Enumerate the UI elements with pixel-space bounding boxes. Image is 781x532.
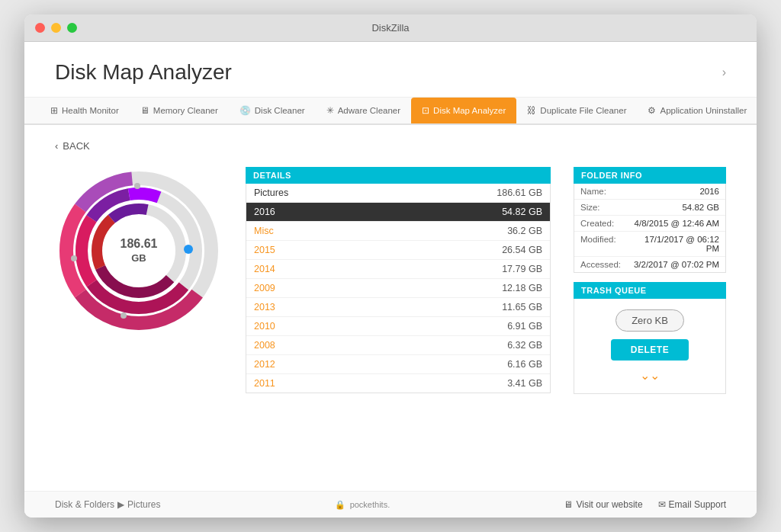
details-row-2015-name: 2015 — [254, 245, 275, 255]
memory-cleaner-icon: 🖥 — [140, 105, 149, 116]
folder-info-panel: FOLDER INFO Name: 2016 Size: 54.82 GB — [574, 167, 726, 273]
zero-kb-button[interactable]: Zero KB — [615, 309, 684, 332]
details-row-2013-value: 11.65 GB — [502, 302, 542, 312]
email-support-label: Email Support — [669, 499, 726, 510]
titlebar: DiskZilla — [24, 14, 757, 42]
visit-website-label: Visit our website — [576, 499, 642, 510]
minimize-button[interactable] — [51, 23, 61, 33]
delete-button[interactable]: DELETE — [611, 339, 689, 361]
details-header: DETAILS — [246, 167, 551, 184]
info-value-modified: 17/1/2017 @ 06:12 PM — [633, 235, 719, 253]
details-row-2016-name: 2016 — [254, 207, 275, 217]
details-row-2009[interactable]: 2009 12.18 GB — [246, 279, 550, 298]
tab-duplicate-file-cleaner-label: Duplicate File Cleaner — [540, 106, 626, 115]
email-icon: ✉ — [658, 499, 666, 510]
tab-application-uninstaller-label: Application Uninstaller — [660, 106, 747, 115]
details-row-2008-value: 6.32 GB — [507, 340, 542, 351]
tab-duplicate-file-cleaner[interactable]: ⛓ Duplicate File Cleaner — [516, 98, 637, 125]
details-panel: DETAILS Pictures 186.61 GB 2016 54.82 GB… — [246, 167, 551, 393]
content-area: Disk Map Analyzer › ⊞ Health Monitor 🖥 M… — [24, 42, 757, 518]
page-title: Disk Map Analyzer — [55, 60, 232, 85]
details-row-2010-name: 2010 — [254, 321, 275, 332]
details-row-2010[interactable]: 2010 6.91 GB — [246, 317, 550, 336]
folder-info-header: FOLDER INFO — [574, 167, 726, 184]
details-row-2011-value: 3.41 GB — [507, 378, 542, 389]
breadcrumb-separator: ▶ — [117, 499, 124, 510]
logo-icon: 🔒 — [335, 500, 346, 510]
analyzer-body: 186.61 GB DETAILS Pictures 186.61 GB 201… — [55, 167, 726, 394]
info-label-modified: Modified: — [580, 235, 630, 253]
svg-point-14 — [134, 183, 140, 189]
info-value-name: 2016 — [633, 187, 719, 196]
folder-info-table: Name: 2016 Size: 54.82 GB Created: 4/8/2… — [574, 184, 726, 273]
back-chevron-icon: ‹ — [55, 140, 58, 152]
tab-adware-cleaner[interactable]: ✳ Adware Cleaner — [316, 98, 411, 125]
info-row-accessed: Accessed: 3/2/2017 @ 07:02 PM — [574, 257, 725, 272]
details-row-2015[interactable]: 2015 26.54 GB — [246, 241, 550, 260]
visit-website-link[interactable]: 🖥 Visit our website — [564, 499, 642, 510]
trash-queue-panel: TRASH QUEUE Zero KB DELETE ⌄⌄ — [574, 282, 726, 394]
monitor-icon: 🖥 — [564, 499, 573, 510]
tab-disk-map-analyzer[interactable]: ⊡ Disk Map Analyzer — [411, 98, 516, 125]
right-panels: FOLDER INFO Name: 2016 Size: 54.82 GB — [574, 167, 726, 394]
tab-disk-map-analyzer-label: Disk Map Analyzer — [433, 106, 506, 115]
details-row-2014-value: 17.79 GB — [502, 264, 542, 274]
details-row-2013-name: 2013 — [254, 302, 275, 312]
info-row-modified: Modified: 17/1/2017 @ 06:12 PM — [574, 232, 725, 257]
back-label: BACK — [63, 140, 89, 152]
details-row-misc[interactable]: Misc 36.2 GB — [246, 222, 550, 241]
maximize-button[interactable] — [67, 23, 77, 33]
info-label-name: Name: — [580, 187, 630, 196]
tab-application-uninstaller[interactable]: ⚙ Application Uninstaller — [637, 98, 757, 125]
tab-memory-cleaner[interactable]: 🖥 Memory Cleaner — [130, 98, 229, 125]
details-row-misc-value: 36.2 GB — [507, 226, 542, 236]
details-row-2011[interactable]: 2011 3.41 GB — [246, 374, 550, 393]
details-top-value: 186.61 GB — [497, 187, 542, 198]
details-row-2013[interactable]: 2013 11.65 GB — [246, 298, 550, 317]
application-uninstaller-icon: ⚙ — [648, 105, 656, 116]
footer-logo: 🔒 pockethits. — [335, 500, 390, 510]
details-row-2015-value: 26.54 GB — [502, 245, 542, 255]
info-row-name: Name: 2016 — [574, 184, 725, 200]
details-row-2008-name: 2008 — [254, 340, 275, 351]
breadcrumb: Disk & Folders ▶ Pictures — [55, 499, 160, 510]
details-row-2016[interactable]: 2016 54.82 GB — [246, 203, 550, 222]
svg-point-13 — [184, 245, 193, 254]
footer-right: 🖥 Visit our website ✉ Email Support — [564, 499, 726, 510]
details-row-misc-name: Misc — [254, 226, 274, 236]
details-row-2012[interactable]: 2012 6.16 GB — [246, 355, 550, 374]
details-row-2008[interactable]: 2008 6.32 GB — [246, 336, 550, 355]
details-row-2010-value: 6.91 GB — [507, 321, 542, 332]
chevron-right-icon: › — [722, 66, 726, 79]
logo-text: pockethits. — [350, 500, 390, 509]
tab-health-monitor[interactable]: ⊞ Health Monitor — [40, 98, 130, 125]
disk-map-analyzer-icon: ⊡ — [422, 105, 429, 116]
close-button[interactable] — [35, 23, 45, 33]
info-value-created: 4/8/2015 @ 12:46 AM — [633, 219, 719, 228]
tab-health-monitor-label: Health Monitor — [62, 106, 119, 115]
info-value-accessed: 3/2/2017 @ 07:02 PM — [633, 260, 719, 269]
svg-point-16 — [71, 255, 77, 261]
details-row-2009-value: 12.18 GB — [502, 283, 542, 293]
trash-queue-content: Zero KB DELETE ⌄⌄ — [574, 299, 726, 394]
back-button[interactable]: ‹ BACK — [55, 140, 726, 152]
details-row-2016-value: 54.82 GB — [502, 207, 542, 217]
info-value-size: 54.82 GB — [633, 203, 719, 212]
tab-memory-cleaner-label: Memory Cleaner — [153, 106, 218, 115]
info-row-size: Size: 54.82 GB — [574, 200, 725, 216]
email-support-link[interactable]: ✉ Email Support — [658, 499, 726, 510]
tab-adware-cleaner-label: Adware Cleaner — [338, 106, 400, 115]
breadcrumb-pictures: Pictures — [127, 499, 160, 510]
health-monitor-icon: ⊞ — [50, 105, 58, 116]
window-title: DiskZilla — [371, 22, 409, 34]
expand-icon[interactable]: ⌄⌄ — [640, 368, 660, 383]
tab-disk-cleaner[interactable]: 💿 Disk Cleaner — [229, 98, 316, 125]
details-row-2012-name: 2012 — [254, 359, 275, 370]
info-label-size: Size: — [580, 203, 630, 212]
breadcrumb-disk-folders: Disk & Folders — [55, 499, 114, 510]
details-row-2014[interactable]: 2014 17.79 GB — [246, 260, 550, 279]
duplicate-file-cleaner-icon: ⛓ — [527, 105, 536, 116]
info-label-accessed: Accessed: — [580, 260, 630, 269]
window-controls — [35, 23, 77, 33]
details-row-2014-name: 2014 — [254, 264, 275, 274]
